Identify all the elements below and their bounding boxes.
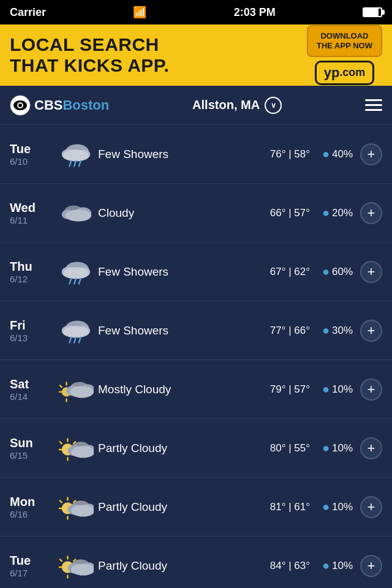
day-info: Sat 6/14 (10, 377, 54, 402)
day-info: Fri 6/13 (10, 318, 54, 343)
precipitation: ● 10% (310, 559, 353, 573)
precipitation: ● 30% (310, 323, 353, 337)
hamburger-line-2 (365, 104, 382, 106)
weather-description: Partly Cloudy (98, 442, 243, 455)
svg-line-9 (74, 160, 76, 166)
precipitation: ● 20% (310, 206, 353, 220)
hamburger-line-3 (365, 109, 382, 111)
svg-line-20 (74, 278, 76, 284)
rain-drop-icon: ● (322, 147, 330, 161)
precipitation: ● 10% (310, 500, 353, 514)
status-bar: Carrier 📶 2:03 PM (0, 0, 392, 24)
weather-icon-cell (54, 551, 98, 581)
weather-row[interactable]: Sun 6/15 Partly Cloudy 80° | 55° ● 10% + (0, 419, 392, 478)
day-date: 6/10 (10, 156, 54, 167)
download-button[interactable]: DOWNLOAD THE APP NOW (307, 25, 382, 56)
weather-row[interactable]: Wed 6/11 Cloudy 66° | 57° ● 20% + (0, 184, 392, 243)
weather-row[interactable]: Mon 6/16 Partly Cloudy 81° | 61° ● 10% + (0, 478, 392, 537)
svg-line-21 (79, 278, 81, 284)
temperature-range: 67° | 62° (243, 266, 310, 278)
day-date: 6/13 (10, 333, 54, 343)
precip-percent: 20% (332, 207, 353, 219)
day-date: 6/11 (10, 215, 54, 225)
status-right (363, 7, 382, 17)
location-selector[interactable]: Allston, MA ∨ (192, 97, 282, 114)
location-dropdown-icon[interactable]: ∨ (265, 97, 282, 114)
weather-icon-cell (54, 140, 98, 169)
weather-row[interactable]: Thu 6/12 Few Showers 67° | 62° ● 60% + (0, 243, 392, 301)
precip-percent: 10% (332, 560, 353, 572)
hamburger-menu[interactable] (365, 99, 382, 111)
precipitation: ● 10% (310, 441, 353, 455)
temperature-range: 81° | 61° (243, 501, 310, 513)
ad-text-block: LOCAL SEARCH THAT KICKS APP. (10, 34, 307, 77)
temperature-range: 80° | 55° (243, 442, 310, 454)
weather-row[interactable]: Fri 6/13 Few Showers 77° | 66° ● 30% + (0, 301, 392, 360)
svg-line-27 (74, 337, 76, 342)
expand-button[interactable]: + (360, 261, 382, 283)
battery-fill (364, 9, 379, 16)
weather-description: Cloudy (98, 206, 243, 220)
weather-description: Mostly Cloudy (98, 383, 243, 396)
precipitation: ● 10% (310, 382, 353, 396)
svg-point-18 (63, 267, 89, 279)
temperature-range: 79° | 57° (243, 383, 310, 396)
weather-icon-cell (54, 198, 98, 228)
day-info: Thu 6/12 (10, 260, 54, 284)
svg-line-42 (60, 442, 62, 443)
day-date: 6/14 (10, 391, 54, 402)
weather-icon-cell (54, 434, 98, 463)
ad-headline: LOCAL SEARCH THAT KICKS APP. (10, 34, 307, 77)
wifi-icon: 📶 (133, 6, 146, 19)
weather-row[interactable]: Tue 6/10 Few Showers 76° | 58° ● 40% + (0, 125, 392, 184)
expand-button[interactable]: + (360, 320, 382, 342)
day-name: Wed (10, 201, 54, 215)
ad-banner[interactable]: LOCAL SEARCH THAT KICKS APP. DOWNLOAD TH… (0, 24, 392, 86)
weather-icon-cell (54, 316, 98, 345)
weather-description: Partly Cloudy (98, 500, 243, 514)
cbs-logo: CBSBoston (10, 95, 109, 116)
expand-button[interactable]: + (360, 202, 382, 224)
day-info: Wed 6/11 (10, 201, 54, 225)
day-name: Sat (10, 377, 54, 391)
weather-description: Few Showers (98, 148, 243, 161)
weather-description: Partly Cloudy (98, 559, 243, 573)
cbs-eye-icon (10, 95, 31, 116)
day-name: Mon (10, 495, 54, 509)
day-name: Fri (10, 318, 54, 333)
cbs-label: CBSBoston (34, 97, 109, 113)
weather-row[interactable]: Sat 6/14 Mostly Cloudy 79° | 57° ● 10% + (0, 360, 392, 419)
svg-line-62 (60, 559, 62, 561)
rain-drop-icon: ● (322, 323, 330, 337)
rain-drop-icon: ● (322, 441, 330, 455)
carrier-label: Carrier (10, 6, 46, 19)
precip-percent: 10% (332, 442, 353, 454)
expand-button[interactable]: + (360, 143, 382, 165)
app-header: CBSBoston Allston, MA ∨ (0, 86, 392, 125)
expand-button[interactable]: + (360, 437, 382, 459)
weather-description: Few Showers (98, 324, 243, 337)
day-date: 6/15 (10, 450, 54, 461)
precip-percent: 40% (332, 148, 353, 160)
svg-point-3 (18, 104, 22, 107)
svg-line-28 (79, 337, 81, 342)
precip-percent: 60% (332, 266, 353, 278)
yp-logo-text: yp (324, 65, 340, 81)
svg-line-32 (60, 385, 62, 387)
temperature-range: 76° | 58° (243, 148, 310, 160)
expand-button[interactable]: + (360, 496, 382, 518)
svg-point-14 (66, 209, 92, 221)
day-name: Thu (10, 260, 54, 274)
expand-button[interactable]: + (360, 555, 382, 577)
expand-button[interactable]: + (360, 379, 382, 401)
yp-com-text: .com (339, 66, 365, 79)
day-date: 6/16 (10, 509, 54, 519)
day-date: 6/17 (10, 568, 54, 578)
rain-drop-icon: ● (322, 265, 330, 279)
svg-line-10 (79, 160, 81, 166)
svg-point-7 (63, 149, 89, 161)
weather-row[interactable]: Tue 6/17 Partly Cloudy 84° | 63° ● 10% + (0, 537, 392, 588)
hamburger-line-1 (365, 99, 382, 101)
weather-icon-cell (54, 375, 98, 404)
weather-icon-cell (54, 492, 98, 522)
